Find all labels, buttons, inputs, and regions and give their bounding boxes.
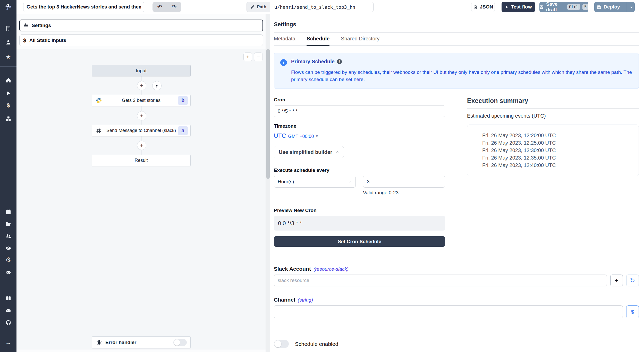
folders-icon[interactable]	[5, 221, 12, 227]
preview-cron-value: 0 0 */3 * *	[274, 216, 445, 231]
add-trigger-bolt-button[interactable]	[152, 81, 162, 90]
workspace-building-icon[interactable]	[5, 25, 12, 32]
execution-summary-title: Execution summary	[467, 97, 639, 104]
zoom-out-button[interactable]: −	[254, 52, 263, 61]
save-icon	[597, 5, 601, 9]
variables-dollar-icon[interactable]: $	[5, 102, 12, 109]
tooltip-info-icon[interactable]: i	[337, 59, 342, 64]
sidebar-divider	[0, 331, 16, 331]
schedule-enabled-toggle[interactable]	[274, 340, 289, 348]
set-cron-schedule-button[interactable]: Set Cron Schedule	[274, 236, 445, 247]
all-static-inputs-button[interactable]: $ All Static Inputs	[19, 34, 263, 46]
refresh-resources-button[interactable]: ↻	[626, 275, 639, 286]
settings-panel: Settings Metadata Schedule Shared Direct…	[270, 14, 644, 352]
preview-cron-label: Preview New Cron	[274, 208, 445, 213]
path-label: Path	[247, 2, 270, 12]
valid-range-hint: Valid range 0-23	[363, 190, 445, 196]
play-icon	[505, 5, 509, 9]
execution-summary-subtitle: Estimated upcoming events (UTC)	[467, 113, 639, 119]
add-resource-button[interactable]: +	[610, 275, 623, 286]
event-item: Fri, 26 May 2023, 12:30:00 UTC	[482, 147, 633, 154]
caret-down-icon: ▾	[316, 134, 318, 138]
slack-account-label: Slack Account (resource-slack)	[274, 266, 639, 272]
settings-tabs: Metadata Schedule Shared Directory	[274, 32, 639, 46]
path-field[interactable]: Path u/henri/send_to_slack_top3_hn	[247, 2, 374, 12]
flow-panel-scrollbar[interactable]	[266, 14, 270, 352]
flow-graph-panel: Settings $ All Static Inputs + − Input +	[16, 14, 266, 352]
event-item: Fri, 26 May 2023, 12:40:00 UTC	[482, 162, 633, 169]
chevron-up-icon	[335, 150, 339, 154]
slack-icon	[95, 127, 102, 134]
slack-resource-input[interactable]	[274, 275, 607, 286]
cron-input[interactable]	[274, 105, 445, 117]
settings-gear-icon[interactable]: ⚙	[5, 256, 12, 263]
test-flow-button[interactable]: Test flow	[502, 2, 535, 12]
result-node[interactable]: Result	[92, 155, 191, 166]
redo-icon[interactable]: ↷	[172, 4, 176, 10]
cron-label: Cron	[274, 97, 445, 103]
event-item: Fri, 26 May 2023, 12:25:00 UTC	[482, 139, 633, 147]
add-step-button[interactable]: +	[137, 81, 146, 90]
home-icon[interactable]	[5, 77, 12, 83]
user-icon[interactable]	[5, 39, 12, 46]
unit-select[interactable]: Hour(s)	[274, 176, 356, 188]
execute-every-label: Execute schedule every	[274, 168, 445, 173]
flow-settings-button[interactable]: Settings	[19, 20, 263, 31]
tab-shared-directory[interactable]: Shared Directory	[341, 36, 379, 45]
primary-schedule-info-box: i Primary Schedule i Flows can be trigge…	[274, 53, 639, 89]
json-button[interactable]: JSON	[471, 2, 495, 12]
app-window: ★ $ ⚙	[0, 0, 644, 352]
step-id-badge: a	[178, 126, 188, 135]
channel-label: Channel (string)	[274, 297, 639, 303]
settings-title: Settings	[274, 21, 639, 28]
scrollbar-thumb[interactable]	[266, 49, 270, 179]
runs-play-icon[interactable]	[5, 90, 12, 96]
github-icon[interactable]	[5, 319, 12, 326]
channel-input[interactable]	[274, 305, 623, 318]
interval-value-input[interactable]	[363, 176, 445, 188]
zoom-in-button[interactable]: +	[243, 52, 252, 61]
deploy-dropdown-button[interactable]	[626, 2, 636, 12]
dollar-icon: $	[23, 37, 26, 43]
input-node[interactable]: Input	[92, 65, 191, 76]
schedules-calendar-icon[interactable]	[5, 208, 12, 215]
chevron-down-icon	[348, 180, 352, 184]
info-box-body: Flows can be triggered by any schedules,…	[291, 69, 632, 83]
slack-account-type: (resource-slack)	[313, 266, 349, 272]
timezone-label: Timezone	[274, 123, 445, 129]
step-node-b[interactable]: Gets 3 best stories b	[92, 95, 191, 106]
docs-book-icon[interactable]	[5, 295, 12, 302]
timezone-select[interactable]: UTC GMT +00:00 ▾	[274, 133, 318, 140]
undo-icon[interactable]: ↶	[157, 4, 162, 10]
windmill-logo-icon[interactable]	[4, 3, 12, 11]
path-value[interactable]: u/henri/send_to_slack_top3_hn	[270, 2, 373, 12]
error-handler-toggle[interactable]	[173, 339, 187, 346]
undo-redo-group: ↶ ↷	[152, 2, 181, 12]
json-file-icon	[473, 5, 478, 9]
discord-icon[interactable]	[5, 307, 12, 314]
audit-eye-icon[interactable]	[5, 245, 12, 251]
insert-variable-button[interactable]: $	[626, 305, 639, 318]
python-icon	[95, 97, 102, 104]
groups-icon[interactable]	[5, 233, 12, 239]
simplified-builder-toggle[interactable]: Use simplified builder	[274, 146, 344, 158]
deploy-button[interactable]: Deploy	[594, 2, 635, 12]
step-id-badge: b	[178, 96, 188, 105]
error-handler-node[interactable]: Error handler	[92, 336, 191, 348]
upcoming-events-list: Fri, 26 May 2023, 12:20:00 UTC Fri, 26 M…	[467, 125, 639, 176]
expand-arrow-icon[interactable]: →	[5, 339, 12, 346]
add-step-button[interactable]: +	[137, 111, 146, 120]
flow-title-input[interactable]	[23, 2, 144, 12]
channel-type: (string)	[298, 297, 313, 303]
bug-icon	[96, 339, 103, 346]
save-draft-button[interactable]: Save draft Ctrl S	[539, 2, 588, 12]
add-step-button[interactable]: +	[137, 141, 146, 150]
workers-robot-icon[interactable]	[5, 269, 12, 275]
tab-schedule[interactable]: Schedule	[307, 36, 329, 46]
favorites-star-icon[interactable]: ★	[5, 54, 12, 60]
sidebar-divider	[0, 66, 16, 67]
resources-cubes-icon[interactable]	[5, 115, 12, 122]
tab-metadata[interactable]: Metadata	[274, 36, 295, 45]
step-node-a[interactable]: Send Message to Channel (slack) a	[92, 125, 191, 136]
divider	[467, 108, 639, 109]
